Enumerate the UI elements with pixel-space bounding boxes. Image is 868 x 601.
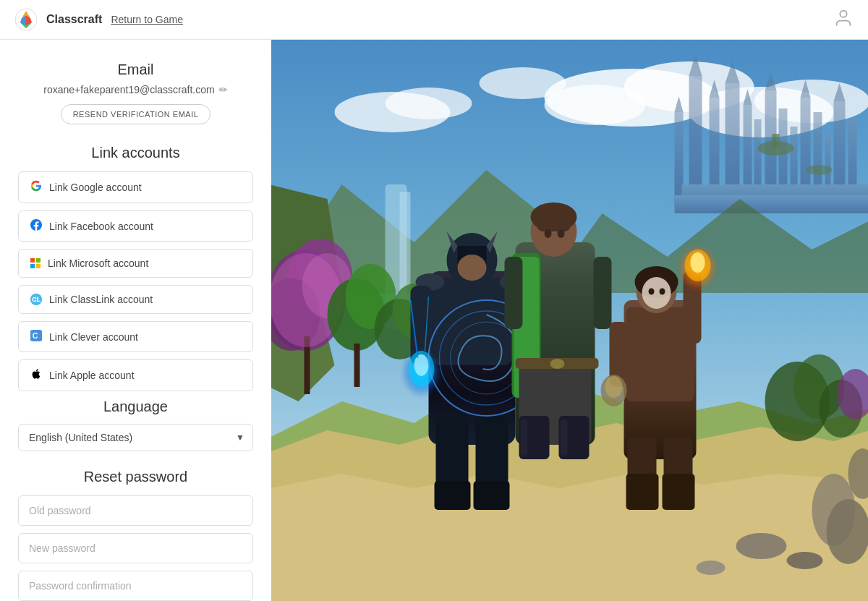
apple-icon (30, 368, 42, 383)
game-scene-svg (271, 40, 868, 601)
svg-rect-105 (594, 257, 612, 329)
clever-icon: C (30, 330, 42, 344)
svg-point-127 (642, 277, 671, 309)
svg-point-119 (605, 376, 623, 398)
svg-point-109 (545, 229, 552, 238)
svg-rect-101 (561, 419, 568, 456)
main-layout: Email roxane+fakeparent19@classcraft.com… (0, 40, 868, 601)
svg-point-103 (550, 359, 565, 369)
password-confirmation-input[interactable] (18, 571, 253, 601)
svg-rect-123 (663, 474, 695, 510)
svg-point-131 (787, 552, 823, 569)
link-apple-button[interactable]: Link Apple account (18, 359, 253, 391)
app-name: Classcraft (46, 13, 102, 26)
svg-rect-36 (675, 195, 869, 213)
svg-rect-61 (354, 344, 360, 387)
link-classlink-label: Link ClassLink account (49, 294, 153, 305)
svg-rect-122 (626, 474, 659, 510)
microsoft-icon (30, 258, 41, 268)
email-section: Email roxane+fakeparent19@classcraft.com… (18, 61, 253, 124)
svg-rect-78 (474, 481, 510, 510)
old-password-input[interactable] (18, 495, 253, 526)
link-classlink-button[interactable]: CL Link ClassLink account (18, 285, 253, 314)
classlink-icon: CL (30, 294, 42, 305)
app-header: Classcraft Return to Game (0, 0, 868, 40)
left-panel: Email roxane+fakeparent19@classcraft.com… (0, 40, 271, 601)
new-password-input[interactable] (18, 533, 253, 563)
svg-point-110 (558, 229, 565, 238)
link-google-button[interactable]: Link Google account (18, 171, 253, 203)
svg-point-129 (660, 289, 665, 295)
svg-rect-38 (773, 134, 780, 148)
reset-password-section: Reset password SAVE (18, 469, 253, 601)
svg-text:C: C (33, 331, 38, 340)
link-accounts-section: Link accounts Link Google account (18, 145, 253, 391)
language-title: Language (18, 398, 253, 415)
svg-point-1 (840, 11, 846, 17)
svg-point-128 (649, 289, 655, 295)
svg-point-83 (458, 255, 487, 281)
link-clever-label: Link Clever account (49, 331, 138, 343)
svg-rect-104 (505, 257, 523, 329)
svg-point-130 (736, 533, 787, 559)
email-value: roxane+fakeparent19@classcraft.com (43, 84, 214, 95)
language-select-wrapper: English (United States) French Spanish G… (18, 424, 253, 451)
header-left: Classcraft Return to Game (14, 8, 183, 31)
game-background-panel (271, 40, 868, 601)
google-icon (30, 180, 42, 195)
svg-point-10 (480, 67, 566, 99)
link-microsoft-button[interactable]: Link Microsoft account (18, 249, 253, 278)
svg-point-116 (691, 252, 705, 273)
svg-rect-108 (537, 210, 571, 231)
link-facebook-button[interactable]: Link Facebook account (18, 210, 253, 242)
app-logo (14, 8, 38, 31)
svg-point-133 (827, 499, 869, 564)
svg-rect-77 (435, 481, 471, 510)
header-user-icon[interactable] (833, 8, 854, 31)
svg-point-132 (697, 560, 726, 575)
language-select[interactable]: English (United States) French Spanish G… (18, 424, 253, 451)
svg-point-39 (807, 165, 833, 175)
email-address-row: roxane+fakeparent19@classcraft.com ✏ (18, 84, 253, 95)
email-title: Email (18, 61, 253, 78)
link-apple-label: Link Apple account (49, 370, 135, 381)
facebook-icon (30, 219, 42, 233)
svg-point-12 (386, 88, 472, 119)
link-clever-button[interactable]: C Link Clever account (18, 321, 253, 352)
link-microsoft-label: Link Microsoft account (48, 257, 148, 269)
reset-password-title: Reset password (18, 469, 253, 485)
language-section: Language English (United States) French … (18, 398, 253, 451)
svg-rect-100 (521, 419, 528, 456)
resend-verification-button[interactable]: RESEND VERIFICATION EMAIL (61, 104, 211, 124)
link-facebook-label: Link Facebook account (49, 221, 153, 232)
return-to-game-link[interactable]: Return to Game (111, 14, 183, 25)
link-accounts-title: Link accounts (18, 145, 253, 161)
edit-email-icon[interactable]: ✏ (219, 84, 228, 95)
link-google-label: Link Google account (49, 182, 142, 193)
svg-point-88 (414, 354, 429, 376)
